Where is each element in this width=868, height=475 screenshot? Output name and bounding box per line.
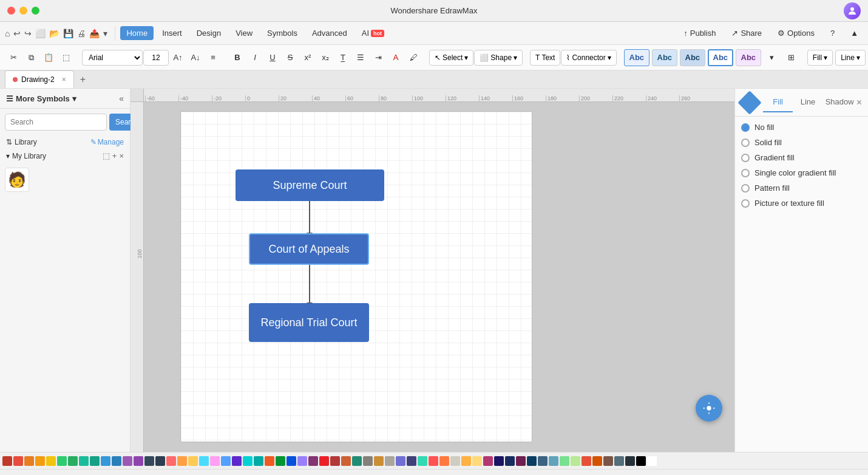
window-controls[interactable] — [7, 7, 39, 15]
color-swatch[interactable] — [35, 456, 45, 466]
color-swatch[interactable] — [155, 456, 165, 466]
expand-styles[interactable]: ⊞ — [783, 49, 800, 66]
color-swatch[interactable] — [363, 456, 373, 466]
color-swatch[interactable] — [374, 456, 384, 466]
supreme-court-shape[interactable]: Supreme Court — [236, 169, 384, 201]
cut-button[interactable]: ✂ — [5, 49, 22, 66]
color-swatch[interactable] — [188, 456, 198, 466]
color-swatch[interactable] — [232, 456, 242, 466]
style-preset-5[interactable]: Abc — [736, 49, 761, 66]
subscript-button[interactable]: x₂ — [317, 49, 334, 66]
color-swatch[interactable] — [625, 456, 635, 466]
bold-button[interactable]: B — [229, 49, 246, 66]
color-swatch[interactable] — [560, 456, 569, 466]
close-library-button[interactable]: × — [119, 151, 124, 160]
color-swatch[interactable] — [2, 456, 12, 466]
color-swatch[interactable] — [243, 456, 253, 466]
open-icon[interactable]: 📂 — [49, 29, 59, 38]
paste-button[interactable]: 📋 — [40, 49, 57, 66]
text-style-button[interactable]: T̲ — [334, 49, 351, 66]
page-1-tab[interactable]: Page-1 ▾ — [20, 473, 62, 476]
font-size-input[interactable] — [143, 50, 169, 66]
color-swatch[interactable] — [571, 456, 580, 466]
floppy-icon[interactable]: 💾 — [63, 29, 73, 38]
minimize-button[interactable] — [19, 7, 27, 15]
close-button[interactable] — [7, 7, 15, 15]
list-button[interactable]: ☰ — [352, 49, 369, 66]
fill-tab[interactable]: Fill — [763, 92, 793, 112]
save-icon[interactable]: ⬜ — [35, 29, 46, 38]
no-fill-option[interactable]: No fill — [741, 123, 862, 132]
highlight-button[interactable]: 🖊 — [405, 49, 422, 66]
add-tab-button[interactable]: + — [75, 70, 90, 88]
options-button[interactable]: ⚙ Options — [773, 26, 819, 40]
user-avatar[interactable] — [844, 2, 861, 19]
color-swatch[interactable] — [308, 456, 318, 466]
color-swatch[interactable] — [90, 456, 100, 466]
no-fill-radio[interactable] — [741, 123, 750, 132]
sidebar-collapse-button[interactable]: « — [119, 94, 124, 103]
color-swatch[interactable] — [297, 456, 307, 466]
home-icon[interactable]: ⌂ — [5, 29, 10, 38]
single-color-gradient-option[interactable]: Single color gradient fill — [741, 168, 862, 177]
color-swatch[interactable] — [636, 456, 646, 466]
color-swatch[interactable] — [549, 456, 558, 466]
import-icon[interactable]: ⬚ — [103, 151, 110, 160]
color-swatch[interactable] — [330, 456, 340, 466]
color-swatch[interactable] — [254, 456, 263, 466]
color-swatch[interactable] — [46, 456, 56, 466]
color-swatch[interactable] — [221, 456, 231, 466]
shape-dropdown[interactable]: ⬜ Shape ▾ — [474, 50, 523, 66]
color-swatch[interactable] — [177, 456, 187, 466]
color-swatch[interactable] — [385, 456, 395, 466]
color-swatch[interactable] — [450, 456, 460, 466]
gradient-fill-option[interactable]: Gradient fill — [741, 153, 862, 162]
help-button[interactable]: ? — [826, 26, 839, 40]
solid-fill-option[interactable]: Solid fill — [741, 138, 862, 147]
color-swatch[interactable] — [592, 456, 602, 466]
fill-dropdown[interactable]: Fill▾ — [807, 50, 833, 66]
color-swatch[interactable] — [287, 456, 296, 466]
print-icon[interactable]: 🖨 — [77, 29, 86, 38]
color-swatch[interactable] — [112, 456, 121, 466]
color-swatch[interactable] — [647, 456, 657, 466]
menu-home[interactable]: Home — [120, 26, 154, 40]
color-swatch[interactable] — [265, 456, 274, 466]
pattern-fill-radio[interactable] — [741, 184, 750, 193]
tab-close-icon[interactable]: × — [62, 75, 66, 84]
strikethrough-button[interactable]: S — [282, 49, 299, 66]
canvas-area[interactable]: -60 -40 -20 0 20 40 60 80 100 120 140 16… — [131, 89, 734, 452]
align-button[interactable]: ≡ — [205, 49, 222, 66]
style-preset-4[interactable]: Abc — [708, 49, 733, 66]
style-preset-1[interactable]: Abc — [624, 49, 649, 66]
color-swatch[interactable] — [134, 456, 143, 466]
color-swatch[interactable] — [516, 456, 526, 466]
canvas-content[interactable]: Supreme Court Court of Appeals Regional … — [144, 102, 734, 452]
color-swatch[interactable] — [101, 456, 110, 466]
color-swatch[interactable] — [123, 456, 132, 466]
style-preset-3[interactable]: Abc — [680, 49, 705, 66]
font-decrease-button[interactable]: A↓ — [187, 49, 204, 66]
color-swatch[interactable] — [13, 456, 23, 466]
symbol-person[interactable]: 🧑 — [5, 168, 29, 192]
color-swatch[interactable] — [352, 456, 362, 466]
color-swatch[interactable] — [341, 456, 351, 466]
style-preset-2[interactable]: Abc — [652, 49, 677, 66]
color-swatch[interactable] — [461, 456, 471, 466]
regional-trial-court-shape[interactable]: Regional Trial Court — [249, 303, 369, 342]
color-swatch[interactable] — [505, 456, 515, 466]
single-color-gradient-radio[interactable] — [741, 169, 750, 177]
panel-close-button[interactable]: × — [856, 97, 862, 108]
color-swatch[interactable] — [199, 456, 209, 466]
shadow-tab[interactable]: Shadow — [823, 92, 856, 112]
ai-chat-button[interactable] — [696, 395, 722, 422]
pattern-fill-option[interactable]: Pattern fill — [741, 183, 862, 193]
menu-symbols[interactable]: Symbols — [261, 26, 303, 40]
color-swatch[interactable] — [494, 456, 504, 466]
color-swatch[interactable] — [603, 456, 613, 466]
menu-insert[interactable]: Insert — [156, 26, 188, 40]
italic-button[interactable]: I — [246, 49, 263, 66]
select-dropdown[interactable]: ↖ Select ▾ — [429, 50, 473, 66]
underline-button[interactable]: U — [264, 49, 281, 66]
copy-button[interactable]: ⧉ — [22, 49, 39, 66]
